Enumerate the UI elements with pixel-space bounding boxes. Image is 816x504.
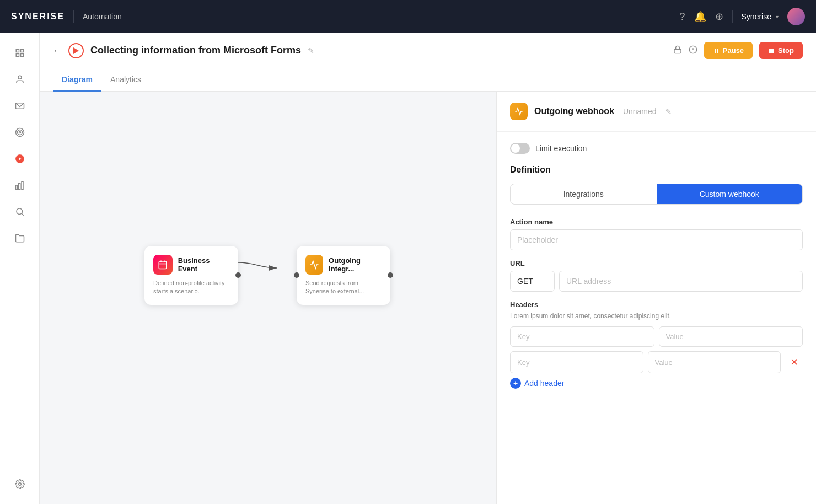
- delete-header-btn[interactable]: ✕: [785, 351, 803, 373]
- nav-right: ? 🔔 ⊕ Synerise ▾: [680, 8, 805, 25]
- svg-point-14: [17, 208, 23, 215]
- headers-section: Headers Lorem ipsum dolor sit amet, cons…: [510, 301, 803, 389]
- svg-rect-26: [159, 261, 167, 269]
- sidebar-bottom: [9, 473, 31, 495]
- limit-execution-label: Limit execution: [535, 144, 587, 153]
- panel-subtitle: Unnamed: [623, 107, 657, 116]
- play-icon: [68, 43, 84, 58]
- sidebar-item-users[interactable]: [9, 68, 31, 90]
- add-header-button[interactable]: + Add header: [510, 378, 564, 389]
- node-dot-right-outgoing: [388, 272, 393, 278]
- sidebar-item-panel[interactable]: [9, 42, 31, 64]
- header-value-1[interactable]: [659, 326, 803, 347]
- svg-line-15: [22, 213, 23, 215]
- node-dot-right-business: [235, 272, 241, 278]
- outgoing-icon: [305, 255, 323, 275]
- svg-rect-23: [717, 49, 718, 53]
- username-label: Synerise: [742, 12, 771, 21]
- lock-icon[interactable]: [673, 45, 682, 56]
- info-icon[interactable]: [689, 45, 697, 56]
- definition-btn-group: Integrations Custom webhook: [510, 184, 803, 205]
- header-key-2[interactable]: [510, 351, 643, 373]
- main-content: ← Collecting information from Microsoft …: [40, 33, 816, 504]
- svg-rect-13: [22, 181, 23, 189]
- add-header-label: Add header: [524, 379, 564, 388]
- sub-header: ← Collecting information from Microsoft …: [40, 33, 816, 68]
- stop-button[interactable]: Stop: [759, 42, 803, 59]
- chevron-down-icon: ▾: [776, 14, 779, 20]
- business-event-icon: [153, 255, 173, 275]
- tab-analytics[interactable]: Analytics: [101, 68, 150, 92]
- sidebar-item-analytics[interactable]: [9, 174, 31, 196]
- url-row: GET POST PUT DELETE: [510, 271, 803, 292]
- avatar[interactable]: [787, 8, 805, 25]
- tabs: Diagram Analytics: [40, 68, 816, 92]
- outgoing-webhook-node[interactable]: Outgoing Integr... Send requests from Sy…: [297, 246, 390, 305]
- svg-marker-17: [73, 47, 79, 54]
- node-dot-left-outgoing: [294, 272, 299, 278]
- limit-execution-toggle[interactable]: [510, 143, 530, 154]
- panel-title: Outgoing webhook: [534, 106, 614, 116]
- nav-divider2: [732, 10, 733, 23]
- header-row-1: [510, 326, 803, 347]
- back-button[interactable]: ←: [53, 46, 62, 56]
- tab-diagram[interactable]: Diagram: [53, 68, 101, 92]
- headers-label: Headers: [510, 301, 803, 309]
- url-group: URL GET POST PUT DELETE: [510, 259, 803, 292]
- http-method-select[interactable]: GET POST PUT DELETE: [510, 271, 555, 292]
- nav-section-label: Automation: [83, 12, 122, 21]
- page-title: Collecting information from Microsoft Fo…: [90, 45, 301, 56]
- outgoing-node-title: Outgoing Integr...: [329, 256, 382, 273]
- nav-divider: [73, 10, 74, 23]
- business-event-title: Business Event: [178, 256, 229, 273]
- svg-rect-18: [674, 49, 681, 53]
- svg-rect-11: [15, 185, 17, 190]
- action-name-group: Action name: [510, 218, 803, 250]
- header-value-2[interactable]: [648, 351, 781, 373]
- nav-left: SYNERISE Automation: [11, 10, 122, 23]
- panel-header-icon: [510, 103, 528, 120]
- limit-execution-row: Limit execution: [510, 143, 803, 154]
- svg-point-16: [18, 483, 21, 486]
- svg-point-7: [17, 130, 22, 135]
- node-header-outgoing: Outgoing Integr...: [305, 255, 382, 275]
- business-event-desc: Defined non-profile activity starts a sc…: [153, 279, 229, 296]
- sidebar-item-search[interactable]: [9, 201, 31, 223]
- sub-header-left: ← Collecting information from Microsoft …: [53, 43, 314, 58]
- svg-rect-22: [715, 49, 716, 53]
- outgoing-node-desc: Send requests from Synerise to external.…: [305, 279, 382, 296]
- svg-point-4: [18, 76, 22, 79]
- svg-point-8: [19, 132, 20, 133]
- help-icon[interactable]: ?: [680, 11, 685, 23]
- url-input[interactable]: [559, 271, 803, 292]
- pause-button[interactable]: Pause: [704, 42, 753, 59]
- sidebar-item-targeting[interactable]: [9, 121, 31, 143]
- user-menu[interactable]: Synerise ▾: [742, 12, 779, 21]
- circle-icon[interactable]: ⊕: [715, 10, 723, 23]
- header-row-2: ✕: [510, 351, 803, 373]
- bell-icon[interactable]: 🔔: [694, 10, 706, 23]
- panel-body: Limit execution Definition Integrations …: [497, 132, 816, 504]
- sidebar-item-settings[interactable]: [9, 473, 31, 495]
- right-panel: Outgoing webhook Unnamed ✎ Limit executi…: [496, 92, 816, 504]
- svg-rect-24: [769, 49, 774, 53]
- header-key-1[interactable]: [510, 326, 654, 347]
- business-event-node[interactable]: Business Event Defined non-profile activ…: [144, 246, 238, 305]
- svg-rect-2: [16, 54, 19, 57]
- svg-rect-0: [16, 49, 19, 52]
- sidebar-item-automation[interactable]: [9, 148, 31, 170]
- integrations-btn[interactable]: Integrations: [511, 184, 657, 204]
- action-name-input[interactable]: [510, 229, 803, 250]
- custom-webhook-btn[interactable]: Custom webhook: [657, 184, 803, 204]
- logo: SYNERISE: [11, 12, 65, 22]
- panel-edit-icon[interactable]: ✎: [665, 108, 672, 116]
- sidebar-item-campaigns[interactable]: [9, 95, 31, 117]
- definition-title: Definition: [510, 165, 803, 175]
- svg-rect-12: [18, 183, 20, 189]
- title-edit-icon[interactable]: ✎: [308, 46, 314, 55]
- add-icon: +: [510, 378, 521, 389]
- left-sidebar: [0, 33, 40, 504]
- top-navigation: SYNERISE Automation ? 🔔 ⊕ Synerise ▾: [0, 0, 816, 33]
- action-name-label: Action name: [510, 218, 803, 226]
- sidebar-item-files[interactable]: [9, 227, 31, 249]
